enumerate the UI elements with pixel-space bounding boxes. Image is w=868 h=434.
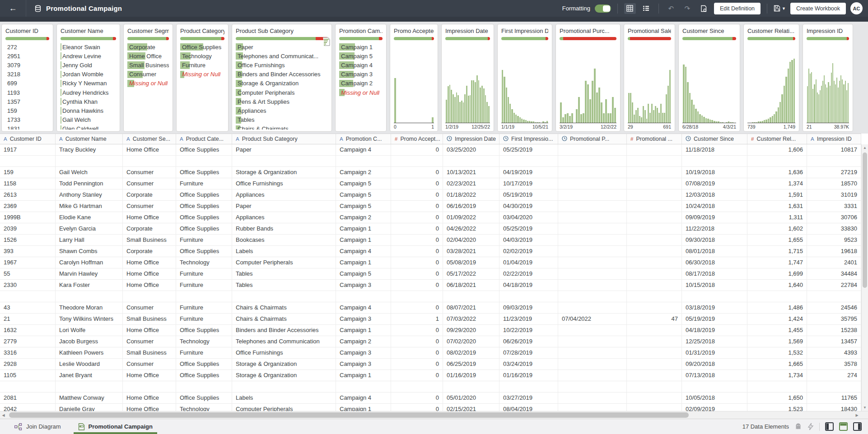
quality-bar[interactable] [501, 37, 548, 40]
profile-card-promotion-cam[interactable]: Promotion Cam...Campaign 1Campaign 5Camp… [335, 24, 387, 132]
profile-card-impression-id[interactable]: Impression ID2138.97K [803, 24, 853, 132]
column-header-promo-accept[interactable]: #Promo Accept... [391, 134, 443, 144]
column-header-product-sub-category[interactable]: AProduct Sub Category [232, 134, 336, 144]
scroll-right-arrow[interactable]: ▶ [854, 411, 860, 419]
vertical-scroll-thumb[interactable] [863, 152, 867, 288]
profile-value-campaign-1[interactable]: Campaign 1 [339, 42, 383, 51]
tab-join-diagram[interactable]: Join Diagram [12, 419, 64, 434]
scroll-up-arrow[interactable]: ▲ [862, 144, 868, 151]
profile-value-3218[interactable]: 3218 [5, 70, 49, 79]
profile-value-consumer[interactable]: Consumer [127, 70, 169, 79]
profile-value-office-supplies[interactable]: Office Supplies [180, 42, 224, 51]
profile-value-glen-caldwell[interactable]: Glen Caldwell [61, 125, 116, 129]
profile-value-chairs-chairmats[interactable]: Chairs & Chairmats [236, 125, 328, 129]
profile-value-eleanor-swain[interactable]: Eleanor Swain [61, 42, 116, 51]
column-header-promotion-c[interactable]: APromotion C... [336, 134, 391, 144]
quality-bar[interactable] [339, 37, 383, 40]
quality-bar[interactable] [394, 37, 434, 40]
left-panel-layout-icon[interactable] [825, 422, 834, 431]
profile-value-paper[interactable]: Paper [236, 42, 328, 51]
profile-value-1733[interactable]: 1733 [5, 115, 49, 125]
profile-card-customer-name[interactable]: Customer NameEleanor SwainAndrew LevineJ… [56, 24, 120, 132]
bottom-panel-layout-icon[interactable] [839, 422, 848, 431]
column-header-customer-id[interactable]: ACustomer ID [0, 134, 56, 144]
avatar[interactable]: AC [850, 2, 863, 14]
redo-icon[interactable]: ↷ [681, 3, 693, 14]
quality-bar[interactable] [127, 37, 169, 40]
right-panel-layout-icon[interactable] [853, 422, 862, 431]
column-header-promotional-p[interactable]: Promotional P... [558, 134, 627, 144]
profile-value-technology[interactable]: Technology [180, 51, 224, 60]
quality-bar[interactable] [682, 37, 736, 40]
column-header-customer-name[interactable]: ACustomer Name [56, 134, 123, 144]
scroll-left-arrow[interactable]: ◀ [0, 411, 7, 419]
profile-value-699[interactable]: 699 [5, 79, 49, 88]
tab-promotional-campaign[interactable]: Promotional Campaign [75, 419, 155, 434]
lightning-icon[interactable] [807, 423, 814, 430]
quality-bar[interactable] [180, 37, 224, 40]
profile-value-ricky-y-newman[interactable]: Ricky Y Newman [61, 79, 116, 88]
quality-bar[interactable] [807, 37, 849, 40]
horizontal-scroll-thumb[interactable] [9, 412, 689, 418]
profile-value-2951[interactable]: 2951 [5, 51, 49, 60]
profile-value-audrey-hendricks[interactable]: Audrey Hendricks [61, 88, 116, 97]
profile-card-product-category[interactable]: Product CategoryOffice SuppliesTechnolog… [176, 24, 229, 132]
undo-icon[interactable]: ↶ [665, 3, 677, 14]
profile-card-customer-relati[interactable]: Customer Relati...7391,749 [743, 24, 799, 132]
vertical-scrollbar[interactable]: ▲ ▼ [861, 144, 868, 411]
profile-value-159[interactable]: 159 [5, 106, 49, 115]
quality-insights-icon[interactable] [794, 423, 802, 430]
profile-card-promotional-purc[interactable]: Promotional Purc...3/2/1912/2/22 [555, 24, 621, 132]
profile-value-gail-welch[interactable]: Gail Welch [61, 115, 116, 125]
grid-view-icon[interactable] [624, 3, 636, 14]
quality-bar[interactable] [236, 37, 328, 40]
list-view-icon[interactable] [640, 3, 652, 14]
profile-card-customer-segm[interactable]: Customer Segm...CorporateHome OfficeSmal… [123, 24, 173, 132]
profile-card-promo-accepted[interactable]: Promo Accepted01 [390, 24, 438, 132]
data-diagram-icon[interactable] [698, 3, 709, 14]
profile-value-cynthia-khan[interactable]: Cynthia Khan [61, 97, 116, 106]
column-header-customer-rel[interactable]: #Customer Rel... [747, 134, 807, 144]
profile-value-missing-or-null[interactable]: Missing or Null [127, 79, 169, 88]
save-button[interactable]: ▼ [774, 5, 786, 12]
profile-value-corporate[interactable]: Corporate [127, 42, 169, 51]
profile-value-furniture[interactable]: Furniture [180, 60, 224, 69]
profile-card-impression-date[interactable]: Impression Date1/2/1912/25/22 [441, 24, 494, 132]
profile-value-storage-organization[interactable]: Storage & Organization [236, 79, 328, 88]
profile-value-telephones-and-communicat[interactable]: Telephones and Communicat... [236, 51, 328, 60]
quality-bar[interactable] [747, 37, 795, 40]
profile-card-customer-since[interactable]: Customer Since6/28/184/3/21 [678, 24, 740, 132]
quality-bar[interactable] [560, 37, 616, 40]
column-header-customer-since[interactable]: Customer Since [682, 134, 747, 144]
edit-definition-button[interactable]: Edit Definition [714, 3, 761, 14]
profile-value-jenny-gold[interactable]: Jenny Gold [61, 60, 116, 69]
profile-value-campaign-2[interactable]: Campaign 2 [339, 79, 383, 88]
profile-value-appliances[interactable]: Appliances [236, 106, 328, 115]
profile-value-small-business[interactable]: Small Business [127, 60, 169, 69]
profile-value-missing-or-null[interactable]: Missing or Null [180, 70, 224, 79]
quality-bar[interactable] [61, 37, 116, 40]
profile-value-jordan-womble[interactable]: Jordan Womble [61, 70, 116, 79]
column-header-customer-se[interactable]: ACustomer Se... [123, 134, 176, 144]
horizontal-scrollbar[interactable]: ◀ ▶ [0, 411, 868, 419]
profile-value-3079[interactable]: 3079 [5, 60, 49, 69]
profile-value-andrew-levine[interactable]: Andrew Levine [61, 51, 116, 60]
quality-bar[interactable] [445, 37, 490, 40]
profile-value-1831[interactable]: 1831 [5, 125, 49, 129]
profile-value-missing-or-null[interactable]: Missing or Null [339, 88, 383, 97]
column-header-first-impressio[interactable]: First Impressio... [499, 134, 558, 144]
profile-card-promotional-sales[interactable]: Promotional Sales29691 [624, 24, 675, 132]
profile-value-office-furnishings[interactable]: Office Furnishings [236, 60, 328, 69]
profile-value-home-office[interactable]: Home Office [127, 51, 169, 60]
quality-bar[interactable] [5, 37, 49, 40]
profile-card-first-impression-d[interactable]: First Impression D...1/1/1910/5/21 [497, 24, 552, 132]
quality-bar[interactable] [628, 37, 671, 40]
profile-value-donna-hawkins[interactable]: Donna Hawkins [61, 106, 116, 115]
column-header-impression-date[interactable]: Impression Date [443, 134, 499, 144]
profile-value-tables[interactable]: Tables [236, 115, 328, 125]
profile-value-computer-peripherals[interactable]: Computer Peripherals [236, 88, 328, 97]
profile-value-1193[interactable]: 1193 [5, 88, 49, 97]
profile-value-1357[interactable]: 1357 [5, 97, 49, 106]
scroll-down-arrow[interactable]: ▼ [862, 404, 868, 411]
column-header-product-cate[interactable]: AProduct Cate... [176, 134, 232, 144]
